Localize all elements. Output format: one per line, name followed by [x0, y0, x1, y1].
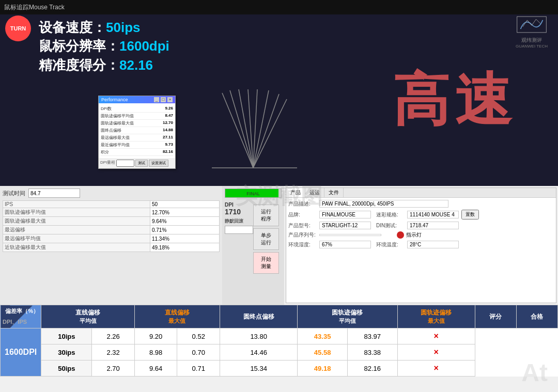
- sn-label: 产品序列号:: [288, 231, 319, 239]
- product-info-body: 产品描述: PAW FINAL, 20000Dpi, 450IPS 品牌: FI…: [286, 198, 556, 253]
- test-time-input[interactable]: [28, 189, 80, 198]
- stat-label-3: 最远偏移平均值: [3, 234, 150, 243]
- stats-row-2: 最远偏移 0.71%: [3, 226, 220, 234]
- td-circle-avg-0: 13.80: [220, 328, 298, 344]
- stat-value-2: 0.71%: [150, 226, 219, 234]
- smoothing-input[interactable]: [225, 226, 253, 234]
- tab-file[interactable]: 文件: [324, 188, 344, 197]
- header-title: 鼠标追踪Mouse Track: [4, 3, 65, 12]
- model-row: 产品型号: STARLIGHT-12 DIN测试: 1718.47: [288, 222, 554, 229]
- stats-row-3: 最远偏移平均值 11.34%: [3, 234, 220, 243]
- svg-line-7: [253, 99, 287, 168]
- td-circle-avg-1: 14.46: [220, 344, 298, 360]
- td-endpoint-2: 0.71: [177, 360, 220, 377]
- td-ips-2: 50ips: [41, 360, 92, 377]
- guanwei-logo-icon: [516, 15, 547, 34]
- env-humid-label: 环境湿度:: [288, 241, 319, 248]
- gaoshu-text: 高速: [393, 62, 517, 139]
- bottom-section: DPI、IPS 偏差率（%） 直线偏移 平均值 直线偏移 最大值 圆终点偏移 圆…: [0, 305, 558, 377]
- set-button[interactable]: 置数: [461, 210, 479, 219]
- test-button[interactable]: 测试: [135, 160, 148, 167]
- env-temp-label: 环境温度:: [376, 241, 407, 248]
- td-circle-avg-2: 15.34: [220, 360, 298, 377]
- dpi-buttons-row: DPI 1710 静默回滚 运行程序 单步运行 开始测量: [225, 202, 282, 276]
- env-row: 环境湿度: 67% 环境温度: 28°C: [288, 241, 554, 248]
- perf-footer: DPI量程 测试 设置测试: [99, 158, 175, 168]
- table-row-0: 1600DPI 10ips 2.26 9.20 0.52 13.80 43.35…: [1, 328, 558, 344]
- settings-button[interactable]: 设置测试: [149, 160, 168, 167]
- perf-row-avg: 圆轨迹偏移平均值 8.47: [101, 113, 173, 120]
- td-linear-avg-0: 2.26: [92, 328, 135, 344]
- env-humid-value: 67%: [319, 241, 371, 248]
- sn-value: [319, 234, 381, 236]
- svg-line-3: [248, 89, 253, 168]
- model-label: 产品型号:: [288, 222, 319, 229]
- stat-label-0: 圆轨迹偏移平均值: [3, 208, 150, 217]
- svg-line-0: [222, 93, 253, 168]
- desc-value: PAW FINAL, 20000Dpi, 450IPS: [319, 200, 448, 208]
- svg-line-1: [230, 90, 253, 168]
- minimize-icon[interactable]: _: [154, 97, 159, 102]
- left-stats-panel: 测试时间 IPS 50 圆轨迹偏移平均值 12.70% 圆轨迹偏移最大值 9.6…: [0, 186, 222, 305]
- restore-icon[interactable]: □: [161, 97, 166, 102]
- stat-value-0: 12.70%: [150, 208, 219, 217]
- test-value: 1718.47: [407, 222, 459, 229]
- td-pass-2: ×: [397, 360, 475, 377]
- bias-rate-label: 偏差率（%）: [5, 307, 39, 315]
- perf-row-score: 积分 82.16: [101, 149, 173, 156]
- td-score-1: 83.38: [347, 344, 397, 360]
- svg-line-2: [239, 89, 253, 168]
- tab-product[interactable]: 产品: [286, 188, 305, 197]
- model-value: STARLIGHT-12: [319, 222, 371, 229]
- table-row-2: 50ips 2.70 9.64 0.71 15.34 49.18 82.16 ×: [1, 360, 558, 377]
- close-icon[interactable]: ×: [167, 97, 173, 102]
- td-circle-max-0: 43.35: [298, 328, 348, 344]
- at-label: At: [521, 358, 548, 387]
- perf-row-ep: 圆终点偏移 14.88: [101, 127, 173, 134]
- brand-row: 品牌: FINALMOUSE 迷彩规格: 1114140 MOUSE 4 置数: [288, 210, 554, 219]
- perf-row-nearavg: 最近偏移平均值 9.73: [101, 142, 173, 149]
- dpi-display: DPI 1710 静默回滚: [225, 202, 248, 276]
- ips-label: IPS: [3, 201, 150, 208]
- perf-row-farmax: 最远偏移最大值 27.11: [101, 134, 173, 142]
- side-buttons: 运行程序 单步运行 开始测量: [251, 202, 282, 276]
- top-section: 鼠标追踪Mouse Track TURN 设备速度：50ips 鼠标分辨率：16…: [0, 0, 558, 186]
- single-step-button[interactable]: 单步运行: [253, 228, 279, 250]
- stat-label-4: 近轨迹偏移最大值: [3, 243, 150, 252]
- env-temp-value: 28°C: [407, 241, 459, 248]
- td-dpi: 1600DPI: [1, 328, 41, 377]
- smoothing-label: 静默回滚: [225, 218, 248, 225]
- th-score: 评分: [475, 305, 516, 328]
- dpi-range-input[interactable]: [116, 160, 134, 167]
- td-ips-0: 10ips: [41, 328, 92, 344]
- th-circle-max: 圆轨迹偏移 最大值: [397, 305, 475, 328]
- perf-row-max: 圆轨迹偏移最大值 12.70: [101, 120, 173, 127]
- th-pass: 合格: [516, 305, 557, 328]
- run-sequence-button[interactable]: 运行程序: [253, 205, 279, 226]
- td-linear-max-0: 9.20: [134, 328, 177, 344]
- performance-window: Performance _ □ × DPI数 9.26 圆轨迹偏移平均值 8.4…: [98, 96, 176, 169]
- start-measure-button[interactable]: 开始测量: [253, 252, 279, 274]
- brand-name: 观纬测评: [516, 37, 548, 44]
- brand-label: 品牌:: [288, 211, 319, 218]
- td-linear-avg-1: 2.32: [92, 344, 135, 360]
- stat-value-3: 11.34%: [150, 234, 219, 243]
- dpi-ips-label: DPI、IPS: [3, 318, 27, 326]
- progress-row: FINAL: [225, 189, 282, 198]
- filter-label: 迷彩规格:: [376, 211, 407, 218]
- score-line: 精准度得分：82.16: [39, 56, 169, 74]
- th-endpoint: 圆终点偏移: [220, 305, 298, 328]
- td-score-2: 82.16: [347, 360, 397, 377]
- product-info-panel: 产品 运运 文件 产品描述: PAW FINAL, 20000Dpi, 450I…: [286, 187, 556, 303]
- brand-logo: 观纬测评 GUANWEI TECH: [516, 15, 548, 49]
- tab-transport[interactable]: 运运: [305, 188, 324, 197]
- perf-content: DPI数 9.26 圆轨迹偏移平均值 8.47 圆轨迹偏移最大值 12.70 圆…: [99, 103, 175, 158]
- center-panel: FINAL DPI 1710 静默回滚 运行程序 单步运行 开始测量: [222, 186, 284, 305]
- stat-label-2: 最远偏移: [3, 226, 150, 234]
- stats-row-0: 圆轨迹偏移平均值 12.70%: [3, 208, 220, 217]
- progress-bar-outer: FINAL: [225, 189, 282, 198]
- stats-table: IPS 50 圆轨迹偏移平均值 12.70% 圆轨迹偏移最大值 9.64% 最远…: [3, 200, 220, 252]
- middle-section: 测试时间 IPS 50 圆轨迹偏移平均值 12.70% 圆轨迹偏移最大值 9.6…: [0, 186, 558, 305]
- speed-line: 设备速度：50ips: [39, 18, 169, 37]
- stat-label-1: 圆轨迹偏移最大值: [3, 217, 150, 226]
